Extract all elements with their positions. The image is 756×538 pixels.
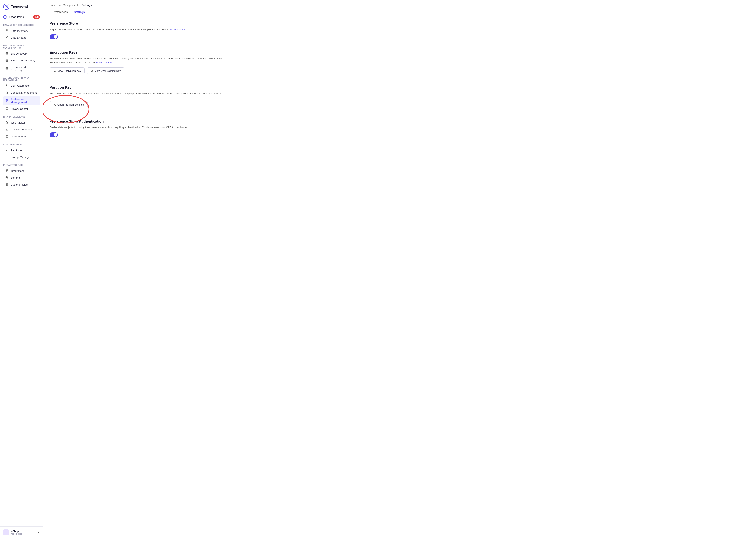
action-items-label: Action Items	[9, 15, 24, 19]
section-data-discovery: Data Discovery & Classification Silo Dis…	[0, 42, 43, 74]
user-shield-icon	[5, 84, 9, 87]
user-name: Mike Farrell	[11, 533, 22, 535]
action-items-badge: 138	[33, 15, 40, 19]
sidebar-item-label-custom-fields: Custom Fields	[11, 183, 27, 186]
breadcrumb-current: Settings	[82, 4, 92, 7]
sidebar-item-structured-discovery[interactable]: Structured Discovery	[3, 57, 40, 64]
breadcrumb-parent[interactable]: Preference Management	[50, 4, 78, 7]
sidebar-item-dsr-automation[interactable]: DSR Automation	[3, 82, 40, 89]
sidebar-item-data-inventory[interactable]: Data Inventory	[3, 27, 40, 34]
sidebar-item-preference-management[interactable]: Preference Management	[3, 96, 40, 105]
key-icon	[53, 70, 56, 72]
org-icon	[3, 529, 9, 535]
grid-icon	[5, 99, 9, 102]
consent-icon	[5, 91, 9, 94]
preference-store-toggle-wrapper	[50, 34, 750, 39]
svg-point-10	[6, 29, 8, 30]
main-content: Preference Management › Settings Prefere…	[43, 0, 756, 538]
chevron-down-icon	[37, 531, 40, 534]
org-name: eShopIt	[11, 530, 22, 533]
section-infrastructure: Infrastructure Integrations Sombra Custo…	[0, 161, 43, 189]
grid-small-icon	[5, 169, 9, 173]
section-risk-intelligence: Risk Intelligence Web Auditor Contract S…	[0, 113, 43, 141]
encryption-keys-desc: These encryption keys are used to create…	[50, 57, 227, 65]
svg-line-15	[7, 38, 7, 38]
sidebar-item-label-data-lineage: Data Lineage	[11, 36, 26, 39]
sidebar-item-consent-management[interactable]: Consent Management	[3, 89, 40, 96]
preference-store-title: Preference Store	[50, 22, 750, 26]
database-icon	[5, 29, 9, 32]
monitor-icon	[5, 107, 9, 111]
tab-settings[interactable]: Settings	[71, 9, 88, 16]
key-icon-2	[91, 70, 94, 72]
section-label-infrastructure: Infrastructure	[3, 164, 40, 166]
sidebar-item-label-dsr: DSR Automation	[11, 84, 30, 87]
svg-point-43	[6, 149, 8, 151]
svg-line-34	[8, 123, 8, 124]
svg-line-60	[92, 71, 94, 72]
tab-bar: Preferences Settings	[43, 9, 756, 16]
sidebar-footer[interactable]: eShopIt Mike Farrell	[0, 526, 43, 538]
svg-point-13	[7, 38, 8, 39]
logo[interactable]: Transcend	[0, 0, 43, 13]
view-jwt-signing-key-button[interactable]: View JWT Signing Key	[87, 67, 124, 74]
breadcrumb: Preference Management › Settings	[43, 0, 756, 9]
svg-point-62	[54, 104, 55, 105]
svg-point-2	[6, 6, 7, 7]
section-data-asset-intelligence: Data Asset Intelligence Data Inventory D…	[0, 21, 43, 42]
sidebar-item-label-contract-scanning: Contract Scanning	[11, 128, 32, 131]
sidebar-item-web-auditor[interactable]: Web Auditor	[3, 119, 40, 126]
globe-icon-structured	[5, 59, 9, 62]
sidebar-item-label-privacy-center: Privacy Center	[11, 107, 28, 110]
sidebar-item-assessments[interactable]: Assessments	[3, 133, 40, 140]
sidebar-item-pathfinder[interactable]: Pathfinder	[3, 147, 40, 153]
svg-line-58	[55, 71, 56, 72]
auth-toggle-wrapper	[50, 133, 750, 137]
open-partition-settings-button[interactable]: Open Partition Settings	[50, 101, 88, 108]
preference-store-toggle[interactable]	[50, 34, 58, 39]
svg-point-25	[6, 84, 8, 86]
sidebar-item-label-assessments: Assessments	[11, 135, 26, 138]
section-label-ai: AI Governance	[3, 143, 40, 145]
sidebar-item-integrations[interactable]: Integrations	[3, 167, 40, 174]
svg-point-52	[6, 177, 8, 179]
encryption-keys-section: Encryption Keys These encryption keys ar…	[50, 50, 750, 80]
sidebar-item-prompt-manager[interactable]: Prompt Manager	[3, 154, 40, 160]
sidebar-item-label-data-inventory: Data Inventory	[11, 29, 28, 32]
tab-preferences[interactable]: Preferences	[50, 9, 71, 16]
sidebar-item-unstructured-discovery[interactable]: Unstructured Discovery	[3, 64, 40, 73]
encryption-keys-buttons: View Encryption Key View JWT Signing Key	[50, 67, 750, 74]
svg-rect-30	[6, 108, 8, 109]
lineage-icon	[5, 36, 9, 39]
globe-icon-unstructured	[5, 67, 9, 70]
sidebar-item-label-sombra: Sombra	[11, 176, 20, 179]
svg-rect-50	[6, 171, 7, 172]
sidebar-item-contract-scanning[interactable]: Contract Scanning	[3, 126, 40, 133]
preference-store-desc: Toggle on to enable our SDK to sync with…	[50, 27, 227, 32]
sombra-icon	[5, 176, 9, 180]
preference-store-auth-section: Preference Store Authentication Enable d…	[50, 119, 750, 143]
svg-point-61	[43, 95, 89, 123]
svg-line-14	[7, 37, 7, 38]
svg-rect-27	[7, 99, 8, 100]
doc-icon	[5, 128, 9, 131]
view-encryption-key-button[interactable]: View Encryption Key	[50, 67, 85, 74]
preference-store-section: Preference Store Toggle on to enable our…	[50, 22, 750, 45]
action-items-nav[interactable]: Action Items 138	[0, 13, 43, 21]
sidebar-item-silo-discovery[interactable]: Silo Discovery	[3, 50, 40, 57]
partition-key-section: Partition Key The Preference Store offer…	[50, 85, 750, 114]
sidebar-item-data-lineage[interactable]: Data Lineage	[3, 34, 40, 41]
globe-icon-silo	[5, 52, 9, 55]
partition-key-title: Partition Key	[50, 85, 750, 90]
sidebar-item-sombra[interactable]: Sombra	[3, 174, 40, 181]
sidebar: Transcend Action Items 138 Data Asset In…	[0, 0, 43, 538]
preference-store-doc-link[interactable]: documentation	[169, 28, 186, 31]
preference-store-auth-toggle[interactable]	[50, 133, 58, 137]
encryption-keys-doc-link[interactable]: documentation	[96, 61, 113, 64]
sidebar-item-label-preference-mgmt: Preference Management	[11, 98, 38, 104]
partition-button-container: Open Partition Settings	[50, 101, 88, 108]
section-label-privacy-ops: Autonomous Privacy Operations	[3, 77, 40, 81]
sidebar-item-custom-fields[interactable]: Custom Fields	[3, 181, 40, 188]
custom-fields-icon	[5, 183, 9, 187]
sidebar-item-privacy-center[interactable]: Privacy Center	[3, 105, 40, 112]
